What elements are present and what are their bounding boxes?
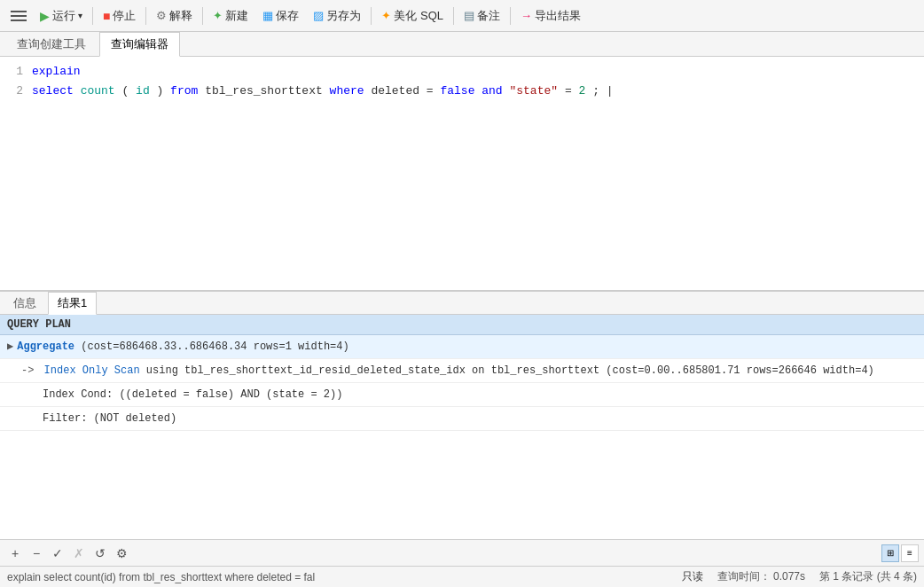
separator-3 bbox=[202, 7, 203, 25]
query-plan-header: QUERY PLAN bbox=[0, 315, 924, 335]
number-2: 2 bbox=[579, 84, 586, 98]
plan-arrow-1: ▶ bbox=[7, 338, 13, 356]
grid-view-button[interactable]: ⊞ bbox=[881, 544, 899, 562]
comment-button[interactable]: ▤ 备注 bbox=[458, 5, 506, 27]
new-button[interactable]: ✦ 新建 bbox=[207, 5, 254, 27]
menu-button[interactable] bbox=[5, 7, 32, 25]
plan-text-3: Index Cond: ((deleted = false) AND (stat… bbox=[43, 388, 342, 401]
separator-6 bbox=[510, 7, 511, 25]
keyword-and: and bbox=[482, 84, 502, 98]
explain-icon: ⚙ bbox=[156, 9, 167, 22]
separator-5 bbox=[453, 7, 454, 25]
new-label: 新建 bbox=[225, 8, 248, 24]
code-line-1: 1 explain bbox=[0, 62, 924, 82]
confirm-button[interactable]: ✓ bbox=[48, 544, 67, 563]
save-label: 保存 bbox=[276, 8, 299, 24]
beautify-button[interactable]: ✦ 美化 SQL bbox=[375, 5, 450, 27]
code-content-1: explain bbox=[32, 62, 924, 82]
export-label: 导出结果 bbox=[535, 8, 581, 24]
status-query-time: 查询时间： 0.077s bbox=[717, 569, 805, 584]
plan-indent2-4: Filter: (NOT deleted) bbox=[43, 410, 176, 427]
explain-button[interactable]: ⚙ 解释 bbox=[150, 5, 199, 27]
comment-label: 备注 bbox=[477, 8, 500, 24]
text-cursor bbox=[607, 84, 614, 98]
plan-row-2: -> Index Only Scan using tbl_res_shortte… bbox=[0, 359, 924, 383]
keyword-select: select bbox=[32, 84, 74, 98]
plan-row-1: ▶ Aggregate (cost=686468.33..686468.34 r… bbox=[0, 335, 924, 359]
results-panel: www.jiweichengzhu.com 信息 结果1 QUERY PLAN … bbox=[0, 291, 924, 539]
view-icons: ⊞ ≡ bbox=[881, 544, 919, 562]
editor-tabs: 查询创建工具 查询编辑器 bbox=[0, 32, 924, 57]
plan-text-1: Aggregate (cost=686468.33..686468.34 row… bbox=[17, 338, 348, 356]
plan-indent-2: -> Index Only Scan using tbl_res_shortte… bbox=[21, 362, 874, 380]
beautify-label: 美化 SQL bbox=[394, 8, 443, 24]
keyword-explain: explain bbox=[32, 65, 81, 78]
separator-4 bbox=[371, 7, 372, 25]
plan-arrow-2: -> bbox=[21, 364, 34, 377]
value-false: false bbox=[440, 84, 474, 98]
tab-query-builder[interactable]: 查询创建工具 bbox=[5, 32, 98, 56]
separator-2 bbox=[145, 7, 146, 25]
beautify-icon: ✦ bbox=[381, 9, 391, 22]
line-number-1: 1 bbox=[0, 62, 32, 82]
keyword-from: from bbox=[170, 84, 198, 98]
plan-indent2-3: Index Cond: ((deleted = false) AND (stat… bbox=[43, 386, 342, 403]
export-button[interactable]: → 导出结果 bbox=[514, 5, 587, 27]
func-count: count bbox=[81, 84, 115, 98]
bottom-toolbar: + − ✓ ✗ ↺ ⚙ ⊞ ≡ bbox=[0, 539, 924, 566]
saveas-label: 另存为 bbox=[326, 8, 361, 24]
comment-icon: ▤ bbox=[464, 9, 474, 22]
editor-area: 1 explain 2 select count ( id ) from tbl… bbox=[0, 57, 924, 291]
results-content: QUERY PLAN ▶ Aggregate (cost=686468.33..… bbox=[0, 315, 924, 539]
save-icon: ▦ bbox=[262, 9, 273, 22]
line-number-2: 2 bbox=[0, 82, 32, 101]
add-row-button[interactable]: + bbox=[5, 544, 25, 563]
saveas-icon: ▨ bbox=[313, 9, 324, 22]
plan-text-4: Filter: (NOT deleted) bbox=[43, 412, 176, 425]
refresh-button[interactable]: ↺ bbox=[90, 544, 110, 563]
stop-icon: ■ bbox=[103, 9, 110, 23]
run-label: 运行 bbox=[52, 8, 75, 24]
separator-1 bbox=[92, 7, 93, 25]
main-toolbar: ▶ 运行 ▾ ■ 停止 ⚙ 解释 ✦ 新建 ▦ 保存 ▨ 另存为 ✦ 美化 SQ… bbox=[0, 0, 924, 32]
status-records: 第 1 条记录 (共 4 条) bbox=[819, 569, 917, 584]
tab-query-editor[interactable]: 查询编辑器 bbox=[99, 32, 180, 57]
func-arg-id: id bbox=[136, 84, 150, 98]
remove-row-button[interactable]: − bbox=[27, 544, 46, 563]
new-icon: ✦ bbox=[213, 9, 223, 22]
explain-label: 解释 bbox=[169, 8, 192, 24]
plan-text-2: Index Only Scan using tbl_res_shorttext_… bbox=[44, 364, 874, 377]
saveas-button[interactable]: ▨ 另存为 bbox=[307, 5, 367, 27]
keyword-where: where bbox=[330, 84, 364, 98]
cancel-button[interactable]: ✗ bbox=[69, 544, 89, 563]
run-button[interactable]: ▶ 运行 ▾ bbox=[34, 5, 89, 27]
plan-row-3: Index Cond: ((deleted = false) AND (stat… bbox=[0, 383, 924, 407]
stop-button[interactable]: ■ 停止 bbox=[97, 5, 142, 27]
run-dropdown-icon: ▾ bbox=[78, 11, 82, 20]
tab-info[interactable]: 信息 bbox=[4, 292, 46, 314]
status-bar: explain select count(id) from tbl_res_sh… bbox=[0, 566, 924, 587]
results-tabs: 信息 结果1 bbox=[0, 292, 924, 315]
list-view-button[interactable]: ≡ bbox=[901, 544, 919, 562]
config-button[interactable]: ⚙ bbox=[112, 544, 131, 563]
code-line-2: 2 select count ( id ) from tbl_res_short… bbox=[0, 82, 924, 101]
string-state: "state" bbox=[509, 84, 558, 98]
save-button[interactable]: ▦ 保存 bbox=[256, 5, 305, 27]
status-sql: explain select count(id) from tbl_res_sh… bbox=[7, 571, 668, 583]
plan-row-4: Filter: (NOT deleted) bbox=[0, 407, 924, 431]
run-icon: ▶ bbox=[40, 9, 50, 23]
export-icon: → bbox=[521, 9, 532, 22]
status-readonly: 只读 bbox=[682, 569, 703, 584]
tab-result1[interactable]: 结果1 bbox=[48, 292, 97, 315]
code-editor[interactable]: 1 explain 2 select count ( id ) from tbl… bbox=[0, 57, 924, 290]
stop-label: 停止 bbox=[113, 8, 136, 24]
code-content-2: select count ( id ) from tbl_res_shortte… bbox=[32, 82, 924, 101]
